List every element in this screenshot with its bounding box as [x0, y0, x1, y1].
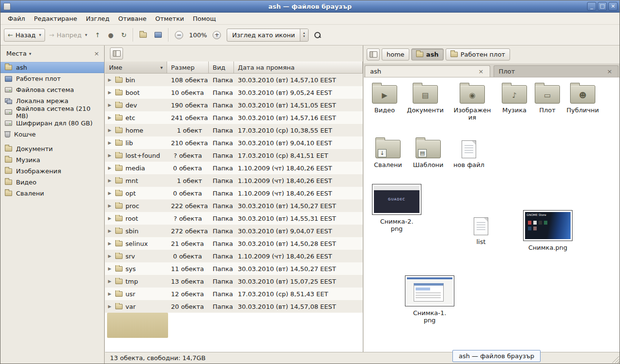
table-row[interactable]: ▶ proc 222 обекта Папка 30.03.2010 (вт) … [105, 199, 363, 212]
location-toggle-button[interactable] [110, 47, 123, 60]
sidebar-close-icon[interactable]: × [94, 50, 99, 57]
view-mode-select[interactable]: Изглед като икони ▴ ▾ [227, 29, 309, 42]
icon-item-video[interactable]: ▶ Видео [364, 85, 405, 114]
icon-item-pictures[interactable]: ◉ Изображения [452, 85, 492, 121]
icon-item-snimka[interactable]: GNOME Store Снимка.png [523, 210, 573, 251]
table-row[interactable]: ▶ sys 11 обекта Папка 30.03.2010 (вт) 14… [105, 262, 363, 275]
icon-item-newfile[interactable]: нов файл [449, 140, 489, 168]
sidebar-item[interactable]: Кошче [0, 129, 104, 140]
sidebar-item[interactable]: Музика [0, 154, 104, 166]
expander-icon[interactable]: ▶ [108, 140, 112, 145]
expander-icon[interactable]: ▶ [108, 228, 112, 233]
table-row[interactable]: ▶ lib 210 обекта Папка 30.03.2010 (вт) 9… [105, 136, 363, 149]
expander-icon[interactable]: ▶ [108, 153, 112, 158]
sidebar-item[interactable]: Работен плот [0, 73, 104, 84]
table-row[interactable]: ▶ selinux 21 обекта Папка 30.03.2010 (вт… [105, 237, 363, 250]
expander-icon[interactable]: ▶ [108, 166, 112, 170]
column-header-type[interactable]: Вид [209, 61, 234, 74]
expander-icon[interactable]: ▶ [108, 103, 112, 107]
minimize-button[interactable]: _ [587, 2, 596, 11]
expander-icon[interactable]: ▶ [108, 241, 112, 246]
maximize-button[interactable]: □ [598, 2, 607, 11]
back-button[interactable]: ← Назад ▾ [4, 29, 45, 42]
back-dropdown-icon[interactable]: ▾ [39, 32, 42, 37]
tab-close-icon[interactable]: × [606, 68, 613, 75]
icon-item-documents[interactable]: ▤ Документи [405, 85, 446, 114]
pathbar-home-button[interactable]: home [382, 48, 409, 61]
sidebar-item[interactable]: Файлова система [0, 84, 104, 95]
expander-icon[interactable]: ▶ [108, 254, 112, 258]
pathbar-current-button[interactable]: ash [411, 48, 444, 61]
sidebar-item[interactable]: Видео [0, 177, 104, 188]
sidebar-item[interactable]: Файлова система (210 MB) [0, 106, 104, 118]
sidebar-item[interactable]: Шифриран дял (80 GB) [0, 118, 104, 129]
view-mode-spinner-icon[interactable]: ▴ ▾ [300, 29, 308, 41]
table-row[interactable]: ▶ boot 10 обекта Папка 30.03.2010 (вт) 9… [105, 86, 363, 99]
table-row[interactable]: ▶ root ? обекта Папка 30.03.2010 (вт) 14… [105, 212, 363, 225]
table-row[interactable]: ▶ bin 108 обекта Папка 30.03.2010 (вт) 1… [105, 74, 363, 86]
icon-item-templates[interactable]: ▤ Шаблони [408, 140, 449, 168]
column-header-size[interactable]: Размер [167, 61, 209, 74]
column-header-name[interactable]: Име ▾ [105, 61, 167, 74]
expander-icon[interactable]: ▶ [108, 291, 112, 296]
tab-close-icon[interactable]: × [478, 68, 485, 75]
up-button[interactable]: ↑ [91, 29, 104, 42]
table-row[interactable]: ▶ dev 190 обекта Папка 30.03.2010 (вт) 1… [105, 99, 363, 111]
menu-item[interactable]: Отметки [151, 14, 188, 24]
icon-view[interactable]: ▶ Видео ▤ Документи ◉ Изображения ♪ Музи… [364, 77, 620, 352]
menu-item[interactable]: Изглед [81, 14, 114, 24]
pathbar-root-button[interactable] [367, 48, 380, 61]
column-header-date[interactable]: Дата на промяна [234, 61, 363, 74]
table-row[interactable]: ▶ mnt 1 обект Папка 1.10.2009 (чт) 18,40… [105, 174, 363, 187]
tab-desktop[interactable]: Плот × [494, 65, 619, 77]
icon-item-public[interactable]: ☻ Публични [562, 85, 603, 114]
sidebar-item[interactable]: Изображения [0, 166, 104, 177]
expander-icon[interactable]: ▶ [108, 115, 112, 120]
sidebar-dropdown-icon[interactable]: ▾ [29, 51, 31, 56]
icon-item-snimka1[interactable]: Снимка-1.png [404, 275, 455, 324]
sidebar-item[interactable]: Документи [0, 143, 104, 154]
forward-button[interactable]: → Напред ▾ [45, 29, 91, 42]
sidebar-item[interactable]: ash [0, 62, 104, 73]
sidebar-item[interactable]: Свалени [0, 188, 104, 199]
expander-icon[interactable]: ▶ [108, 279, 112, 284]
stop-button[interactable]: ● [104, 29, 117, 42]
table-row[interactable]: ▶ etc 241 обекта Папка 30.03.2010 (вт) 1… [105, 111, 363, 124]
table-row[interactable]: ▶ sbin 272 обекта Папка 30.03.2010 (вт) … [105, 225, 363, 237]
expander-icon[interactable]: ▶ [108, 77, 112, 82]
expander-icon[interactable]: ▶ [108, 128, 112, 133]
zoom-out-button[interactable]: − [171, 28, 187, 42]
pathbar-desktop-button[interactable]: Работен плот [446, 48, 510, 61]
search-button[interactable] [310, 29, 325, 41]
table-row[interactable]: ▶ var 20 обекта Папка 30.03.2010 (вт) 14… [105, 300, 363, 313]
menu-item[interactable]: Редактиране [30, 14, 81, 24]
expander-icon[interactable]: ▶ [108, 178, 112, 183]
menu-item[interactable]: Файл [3, 14, 30, 24]
table-row[interactable]: ▶ srv 0 обекта Папка 1.10.2009 (чт) 18,4… [105, 250, 363, 262]
icon-item-list[interactable]: list [471, 217, 491, 245]
table-row[interactable]: ▶ home 1 обект Папка 17.03.2010 (ср) 10,… [105, 124, 363, 136]
expander-icon[interactable]: ▶ [108, 304, 112, 309]
home-button[interactable] [136, 30, 151, 41]
icon-item-snimka2[interactable]: GUADEC Снимка-2.png [372, 184, 422, 232]
sidebar-title[interactable]: Места [6, 50, 27, 57]
table-row[interactable]: ▶ media 0 обекта Папка 1.10.2009 (чт) 18… [105, 162, 363, 174]
computer-button[interactable] [151, 29, 166, 41]
reload-button[interactable]: ↻ [117, 29, 130, 42]
table-row[interactable]: ▶ usr 12 обекта Папка 17.03.2010 (ср) 8,… [105, 288, 363, 300]
table-row[interactable]: ▶ lost+found ? обекта Папка 17.03.2010 (… [105, 149, 363, 162]
close-button[interactable]: × [608, 2, 618, 11]
expander-icon[interactable]: ▶ [108, 203, 112, 208]
expander-icon[interactable]: ▶ [108, 216, 112, 221]
icon-item-downloads[interactable]: ↓ Свалени [368, 140, 408, 168]
titlebar[interactable]: ash — файлов браузър _ □ × [0, 0, 620, 13]
expander-icon[interactable]: ▶ [108, 191, 112, 196]
table-row[interactable]: ▶ opt 0 обекта Папка 1.10.2009 (чт) 18,4… [105, 187, 363, 199]
expander-icon[interactable]: ▶ [108, 266, 112, 271]
table-row[interactable]: ▶ tmp 13 обекта Папка 30.03.2010 (вт) 15… [105, 275, 363, 288]
resize-grip[interactable] [612, 356, 619, 363]
menu-item[interactable]: Отиване [114, 14, 151, 24]
tab-ash[interactable]: ash × [365, 65, 490, 77]
menu-item[interactable]: Помощ [188, 14, 220, 24]
expander-icon[interactable]: ▶ [108, 90, 112, 95]
